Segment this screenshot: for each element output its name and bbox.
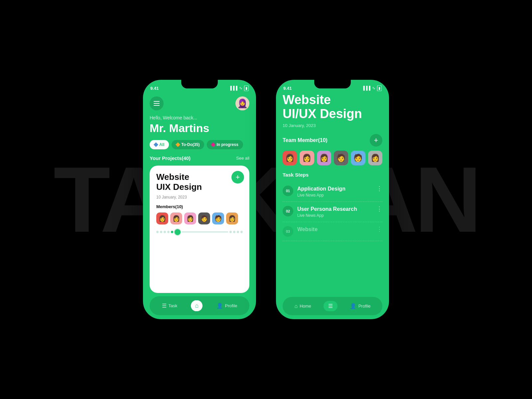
projects-title: Your Projects(40) <box>150 155 191 161</box>
prog-dot-7 <box>229 231 232 233</box>
tab-all-label: All <box>159 142 164 147</box>
time-left: 9.41 <box>150 86 159 91</box>
team-header: Team Member(10) + <box>283 134 382 147</box>
team-avatar-2: 👩 <box>300 151 314 165</box>
nav-task-right[interactable]: ☰ <box>324 301 337 311</box>
step-info-1: Application Design Live News App <box>297 186 372 198</box>
member-avatar-1: 👩 <box>156 212 168 224</box>
step-info-3: Website <box>297 226 372 233</box>
step-number-label-1: 01 <box>286 189 290 193</box>
task-icon-right: ☰ <box>328 303 333 309</box>
phones-container: 9.41 ▐▐▐ ∿ ▮ 🧕 Hello, Welcome back. <box>143 80 389 319</box>
notch-left <box>181 80 218 88</box>
project-card: + Website UIX Design 10 January, 2023 Me… <box>150 166 249 293</box>
wifi-icon: ∿ <box>239 86 242 90</box>
menu-line-3 <box>154 105 160 106</box>
step-number-2: 02 <box>283 206 293 216</box>
step-subtitle-2: Live News App <box>297 213 372 218</box>
member-avatar-2: 👩 <box>170 212 182 224</box>
avatar-icon: 🧕 <box>237 98 248 109</box>
tab-inprogress-label: In progress <box>216 142 238 147</box>
todo-dot <box>176 142 180 147</box>
step-title-1: Application Design <box>297 186 372 192</box>
nav-profile-right[interactable]: 👤 Profile <box>345 301 375 311</box>
member-avatar-4: 🧑 <box>198 212 210 224</box>
nav-home[interactable]: ⌂ <box>191 300 202 311</box>
nav-task[interactable]: ☰ Task <box>158 301 182 311</box>
card-title-line2: UIX Design <box>156 182 202 192</box>
step-more-3[interactable]: ⋮ <box>376 226 382 232</box>
card-title-line1: Website <box>156 172 189 182</box>
step-title-3: Website <box>297 226 372 232</box>
team-avatar-1: 👩 <box>283 151 297 165</box>
nav-profile-label-left: Profile <box>225 303 237 308</box>
task-step-2: 02 User Persona Research Live News App ⋮ <box>283 202 382 222</box>
see-all-link[interactable]: See all <box>236 156 249 161</box>
nav-home-right[interactable]: ⌂ Home <box>290 301 316 311</box>
card-title: Website UIX Design <box>156 172 243 192</box>
right-project-date: 10 January, 2023 <box>283 123 382 128</box>
progress-bar <box>156 229 243 235</box>
task-step-3: 03 Website ⋮ <box>283 222 382 241</box>
prog-dot-10 <box>240 231 243 233</box>
task-icon: ☰ <box>162 303 167 309</box>
nav-profile-label-right: Profile <box>358 304 371 309</box>
right-title-line2: UI/UX Design <box>283 107 362 121</box>
nav-task-label: Task <box>169 303 178 308</box>
team-avatar-5: 🧑 <box>351 151 365 165</box>
status-icons-left: ▐▐▐ ∿ ▮ <box>229 85 249 91</box>
task-steps-label: Task Steps <box>283 172 382 178</box>
team-avatars: 👩 👩 👩 🧑 🧑 👩 <box>283 151 382 165</box>
time-right: 9.41 <box>283 86 292 91</box>
tab-all[interactable]: All <box>150 140 169 149</box>
phone-right: 9.41 ▐▐▐ ∿ ▮ Website UI/UX Design 10 Jan… <box>276 80 389 319</box>
bottom-nav-left: ☰ Task ⌂ 👤 Profile <box>150 296 249 315</box>
nav-home-label-right: Home <box>300 304 311 309</box>
signal-icon-right: ▐▐▐ <box>362 86 370 90</box>
menu-button[interactable] <box>150 96 164 110</box>
status-icons-right: ▐▐▐ ∿ ▮ <box>362 85 382 91</box>
card-date: 10 January, 2023 <box>156 195 243 200</box>
nav-profile-left[interactable]: 👤 Profile <box>212 301 241 311</box>
profile-icon-left: 👤 <box>216 303 223 309</box>
battery-icon-right: ▮ <box>377 85 382 91</box>
menu-line-2 <box>154 103 160 104</box>
prog-dot-5 <box>171 231 173 233</box>
right-project-title: Website UI/UX Design <box>283 93 382 121</box>
team-label: Team Member(10) <box>283 137 328 143</box>
step-subtitle-1: Live News App <box>297 193 372 198</box>
welcome-text: Hello, Welcome back... <box>150 115 249 120</box>
step-number-label-2: 02 <box>286 209 290 213</box>
tab-todo-label: To-Do(35) <box>181 142 200 147</box>
step-title-2: User Persona Research <box>297 206 372 212</box>
projects-section-header: Your Projects(40) See all <box>150 155 249 161</box>
prog-dot-4 <box>167 231 170 233</box>
members-label: Members(10) <box>156 204 243 209</box>
member-avatar-3: 👩 <box>184 212 196 224</box>
team-avatar-4: 🧑 <box>334 151 348 165</box>
left-phone-content: 🧕 Hello, Welcome back... Mr. Martins All… <box>143 93 256 319</box>
step-more-2[interactable]: ⋮ <box>376 206 382 212</box>
task-step-1: 01 Application Design Live News App ⋮ <box>283 182 382 202</box>
all-dot <box>154 142 158 147</box>
bottom-nav-right: ⌂ Home ☰ 👤 Profile <box>283 297 382 315</box>
step-number-3: 03 <box>283 226 293 237</box>
prog-line <box>182 231 228 232</box>
home-icon-right: ⌂ <box>294 303 298 309</box>
user-name: Mr. Martins <box>150 122 249 135</box>
prog-circle[interactable] <box>175 229 181 235</box>
card-add-button[interactable]: + <box>231 171 244 184</box>
prog-dot-9 <box>237 231 239 233</box>
right-title-line1: Website <box>283 93 331 107</box>
profile-icon-right: 👤 <box>350 303 356 309</box>
add-member-button[interactable]: + <box>370 134 382 147</box>
step-more-1[interactable]: ⋮ <box>376 186 382 192</box>
step-number-1: 01 <box>283 186 293 196</box>
user-avatar[interactable]: 🧕 <box>235 96 249 110</box>
prog-dot-2 <box>160 231 162 233</box>
notch-right <box>314 80 351 88</box>
tab-todo[interactable]: To-Do(35) <box>172 140 204 149</box>
step-number-label-3: 03 <box>286 229 290 233</box>
tab-inprogress[interactable]: In progress <box>207 140 243 149</box>
wifi-icon-right: ∿ <box>372 86 375 90</box>
